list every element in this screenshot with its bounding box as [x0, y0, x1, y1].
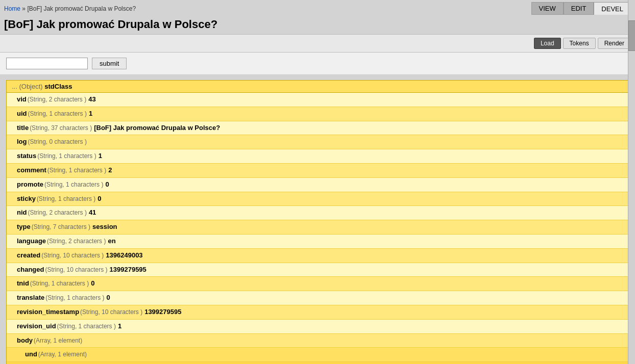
field-meta-und: (Array, 1 element)	[38, 350, 87, 359]
tab-edit[interactable]: EDIT	[564, 2, 594, 15]
field-key-uid: uid	[17, 109, 27, 119]
field-meta-comment: (String, 1 characters )	[47, 166, 106, 175]
field-revision-uid: revision_uid (String, 1 characters ) 1	[7, 320, 628, 334]
devel-bar: Load Tokens Render	[0, 34, 635, 53]
breadcrumb-separator: »	[22, 5, 27, 12]
field-value-nid: 41	[89, 207, 96, 218]
field-key-created: created	[17, 250, 40, 261]
field-meta-revision-timestamp: (String, 10 characters )	[80, 307, 142, 317]
field-tnid: tnid (String, 1 characters ) 0	[7, 277, 628, 291]
field-meta-nid: (String, 2 characters )	[28, 208, 87, 218]
field-changed: changed (String, 10 characters ) 1399279…	[7, 263, 628, 277]
field-meta-uid: (String, 1 characters )	[28, 109, 87, 119]
submit-button[interactable]: submit	[92, 58, 127, 69]
field-promote: promote (String, 1 characters ) 0	[7, 178, 628, 192]
tab-devel[interactable]: DEVEL	[594, 2, 631, 15]
search-input[interactable]	[6, 58, 88, 69]
field-sticky: sticky (String, 1 characters ) 0	[7, 192, 628, 206]
field-und: und (Array, 1 element)	[7, 348, 628, 362]
field-key-und: und	[25, 349, 37, 360]
field-value-type: session	[92, 222, 117, 232]
field-key-comment: comment	[17, 165, 46, 176]
field-key-status: status	[17, 151, 36, 162]
field-key-sticky: sticky	[17, 194, 36, 204]
field-key-promote: promote	[17, 179, 43, 190]
field-key-translate: translate	[17, 293, 44, 303]
breadcrumb-home[interactable]: Home	[4, 5, 20, 12]
scrollbar-thumb[interactable]	[628, 20, 635, 51]
field-revision-timestamp: revision_timestamp (String, 10 character…	[7, 305, 628, 320]
field-value-translate: 0	[107, 293, 110, 303]
field-meta-created: (String, 10 characters )	[41, 251, 104, 261]
field-key-body: body	[17, 335, 33, 346]
field-meta-language: (String, 2 characters )	[47, 237, 106, 246]
top-bar: Home » [BoF] Jak promować Drupala w Pols…	[0, 0, 635, 16]
page-title: [BoF] Jak promować Drupala w Polsce?	[4, 18, 631, 31]
field-value-created: 1396249003	[106, 250, 142, 261]
field-value-language: en	[108, 236, 115, 247]
field-zero: 0 (Array, 5 elements)	[7, 362, 628, 364]
field-body: body (Array, 1 element)	[7, 334, 628, 348]
field-value-uid: 1	[89, 109, 92, 119]
field-created: created (String, 10 characters ) 1396249…	[7, 249, 628, 263]
field-meta-title: (String, 37 characters )	[30, 123, 92, 133]
page-title-row: [BoF] Jak promować Drupala w Polsce?	[0, 16, 635, 34]
field-value-changed: 1399279595	[110, 265, 146, 275]
field-value-tnid: 0	[91, 278, 94, 289]
breadcrumb: Home » [BoF] Jak promować Drupala w Pols…	[4, 5, 136, 12]
field-value-vid: 43	[88, 94, 95, 105]
tab-view[interactable]: VIEW	[531, 2, 564, 15]
field-key-vid: vid	[17, 94, 27, 105]
field-value-promote: 0	[105, 179, 109, 190]
field-meta-revision-uid: (String, 1 characters )	[57, 322, 116, 331]
field-title: title (String, 37 characters ) [BoF] Jak…	[7, 121, 628, 136]
field-key-tnid: tnid	[17, 278, 29, 289]
field-meta-status: (String, 1 characters )	[37, 151, 96, 161]
field-key-revision-timestamp: revision_timestamp	[17, 307, 79, 318]
scrollbar[interactable]	[628, 0, 635, 364]
field-value-comment: 2	[108, 165, 112, 176]
field-status: status (String, 1 characters ) 1	[7, 149, 628, 164]
field-key-log: log	[17, 137, 27, 147]
field-meta-tnid: (String, 1 characters )	[30, 279, 89, 289]
input-row: submit	[0, 53, 635, 75]
field-meta-type: (String, 7 characters )	[32, 222, 90, 232]
field-meta-changed: (String, 10 characters )	[45, 265, 107, 275]
field-uid: uid (String, 1 characters ) 1	[7, 107, 628, 121]
field-value-revision-uid: 1	[118, 321, 121, 332]
field-vid: vid (String, 2 characters ) 43	[7, 93, 628, 107]
field-key-nid: nid	[17, 207, 27, 218]
field-language: language (String, 2 characters ) en	[7, 235, 628, 249]
object-prefix: ... (Object)	[12, 83, 43, 90]
field-meta-vid: (String, 2 characters )	[28, 95, 86, 105]
field-value-revision-timestamp: 1399279595	[144, 307, 181, 318]
field-meta-translate: (String, 1 characters )	[45, 293, 104, 303]
field-meta-body: (Array, 1 element)	[34, 336, 82, 346]
field-comment: comment (String, 1 characters ) 2	[7, 164, 628, 178]
field-value-sticky: 0	[97, 194, 101, 204]
field-key-changed: changed	[17, 265, 44, 275]
render-button[interactable]: Render	[598, 38, 631, 49]
breadcrumb-current: [BoF] Jak promować Drupala w Polsce?	[27, 5, 136, 12]
field-key-type: type	[17, 222, 31, 232]
object-tree: ... (Object) stdClass vid (String, 2 cha…	[6, 80, 629, 364]
field-nid: nid (String, 2 characters ) 41	[7, 206, 628, 220]
field-meta-sticky: (String, 1 characters )	[37, 194, 95, 204]
field-key-revision-uid: revision_uid	[17, 321, 56, 332]
field-translate: translate (String, 1 characters ) 0	[7, 291, 628, 305]
field-value-title: [BoF] Jak promować Drupala w Polsce?	[94, 123, 220, 134]
field-key-language: language	[17, 236, 46, 247]
object-class: stdClass	[44, 83, 72, 90]
field-log: log (String, 0 characters )	[7, 135, 628, 149]
field-meta-log: (String, 0 characters )	[28, 137, 87, 147]
field-value-status: 1	[99, 151, 102, 162]
object-header: ... (Object) stdClass	[7, 81, 628, 93]
field-type: type (String, 7 characters ) session	[7, 220, 628, 235]
field-key-title: title	[17, 123, 29, 134]
tokens-button[interactable]: Tokens	[563, 38, 596, 49]
tab-buttons: VIEW EDIT DEVEL	[531, 2, 631, 15]
load-button[interactable]: Load	[534, 38, 561, 49]
field-meta-promote: (String, 1 characters )	[44, 180, 103, 190]
